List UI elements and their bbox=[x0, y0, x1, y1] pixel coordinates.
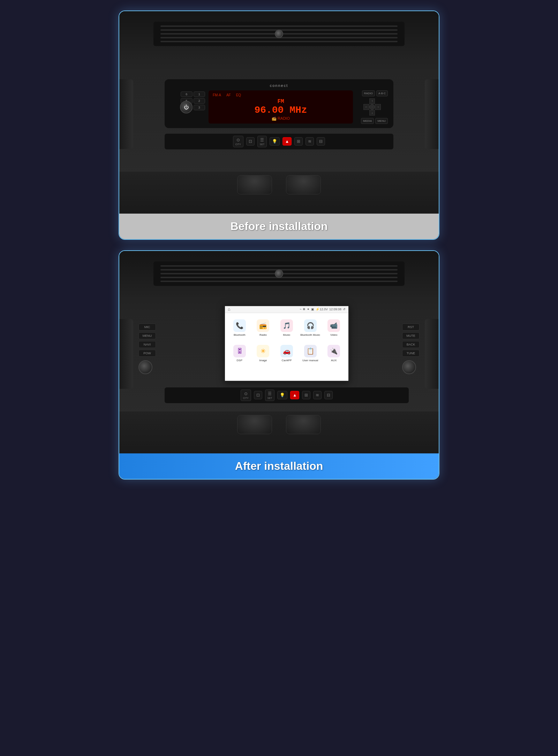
navi-btn[interactable]: NAVI bbox=[138, 341, 156, 348]
app-bluetooth-music[interactable]: 🎧 Bluetooth Music bbox=[299, 317, 322, 339]
rst-btn[interactable]: RST bbox=[402, 324, 420, 331]
after-city-btn[interactable]: ⊙ CITY bbox=[241, 390, 251, 401]
after-hazard-icon: ▲ bbox=[293, 393, 297, 398]
abc-btn[interactable]: A·B·C bbox=[376, 90, 388, 96]
right-side-buttons: RST MUTE BACK TUNE bbox=[402, 324, 420, 374]
after-interior: MIC MENU NAVI POW ⌂ ~ ❋ ✦ ▣ bbox=[119, 251, 439, 453]
after-sound-btn[interactable]: ⊞ bbox=[302, 391, 310, 399]
image-app-label: Image bbox=[259, 359, 267, 362]
fan-icon: ⊟ bbox=[319, 139, 323, 144]
app-radio[interactable]: 📻 Radio bbox=[251, 317, 275, 339]
manual-app-label: User manual bbox=[302, 359, 318, 362]
after-light-btn[interactable]: 💡 bbox=[277, 391, 287, 399]
top-vent-area bbox=[119, 11, 439, 57]
after-light-icon: 💡 bbox=[280, 393, 285, 398]
nav-cross: ↑ ← · → ↓ bbox=[363, 98, 381, 116]
after-set-btn[interactable]: ☰ SET bbox=[265, 390, 275, 401]
hazard-btn[interactable]: ▲ bbox=[282, 137, 292, 146]
after-dash-button-1 bbox=[237, 415, 272, 434]
after-hazard-btn[interactable]: ▲ bbox=[290, 391, 299, 399]
app-user-manual[interactable]: 📋 User manual bbox=[299, 343, 322, 364]
radio-eq: EQ bbox=[236, 93, 241, 97]
after-fan-btn[interactable]: ⊟ bbox=[324, 391, 333, 399]
vent-slat-a1 bbox=[160, 265, 398, 267]
home-icon[interactable]: ⌂ bbox=[228, 307, 230, 312]
hazard-icon: ▲ bbox=[285, 139, 289, 144]
pow-btn[interactable]: POW bbox=[138, 350, 156, 357]
vent-slat bbox=[160, 25, 398, 27]
set-icon: ☰ bbox=[260, 138, 264, 142]
preset-area: 6 1 5 2 4 3 ⏻ bbox=[170, 91, 205, 123]
media-btn[interactable]: MEDIA bbox=[361, 118, 374, 124]
video-app-icon: 📹 bbox=[327, 319, 340, 332]
after-fan-icon: ⊟ bbox=[327, 393, 330, 398]
eq-btn[interactable]: ≋ bbox=[306, 137, 314, 146]
radio-band-label: 📻 RADIO bbox=[213, 116, 349, 121]
nav-right[interactable]: → bbox=[375, 104, 381, 110]
preset-2[interactable]: 2 bbox=[194, 98, 205, 104]
after-controls-strip: ⊙ CITY ⊡ ☰ SET 💡 ▲ bbox=[165, 387, 409, 403]
after-center: MIC MENU NAVI POW ⌂ ~ ❋ ✦ ▣ bbox=[140, 305, 433, 403]
light-btn[interactable]: 💡 bbox=[270, 137, 280, 146]
mute-btn[interactable]: MUTE bbox=[402, 332, 420, 339]
app-image[interactable]: ✳ Image bbox=[251, 343, 275, 364]
after-dash-bottom bbox=[119, 412, 439, 453]
after-city-icon: ⊙ bbox=[244, 391, 248, 396]
sound-btn[interactable]: ⊞ bbox=[294, 137, 303, 146]
radio-unit: connect 6 1 5 2 4 3 bbox=[165, 79, 393, 128]
city-btn[interactable]: ⊙ CITY bbox=[233, 136, 243, 147]
app-aux[interactable]: 🔌 AUX bbox=[322, 343, 346, 364]
after-set-label: SET bbox=[267, 397, 272, 399]
nav-ok[interactable]: · bbox=[369, 104, 375, 110]
app-music[interactable]: 🎵 Music bbox=[275, 317, 299, 339]
sound-icon: ⊞ bbox=[297, 139, 300, 144]
bt-music-app-icon: 🎧 bbox=[304, 319, 317, 332]
vent-slat-a5 bbox=[160, 281, 398, 282]
ctrl-row-1: RADIO A·B·C bbox=[356, 90, 388, 96]
before-caption-text: Before installation bbox=[126, 220, 432, 233]
nav-empty-2 bbox=[375, 98, 381, 104]
menu-btn[interactable]: MENU bbox=[375, 118, 388, 124]
dash-button-1 bbox=[237, 175, 272, 194]
radio-mode-fma: FM·A bbox=[213, 93, 221, 97]
radio-display-top: FM·A AF EQ bbox=[213, 93, 349, 97]
after-sos-btn[interactable]: ⊡ bbox=[254, 391, 262, 399]
back-btn[interactable]: BACK bbox=[402, 341, 420, 348]
nav-left[interactable]: ← bbox=[363, 104, 369, 110]
preset-6[interactable]: 6 bbox=[181, 91, 193, 97]
menu-side-btn[interactable]: MENU bbox=[138, 332, 156, 339]
set-btn[interactable]: ☰ SET bbox=[257, 136, 267, 147]
app-bluetooth[interactable]: 📞 Bluetooth bbox=[228, 317, 251, 339]
bt-music-app-label: Bluetooth Music bbox=[300, 333, 320, 337]
radio-btn[interactable]: RADIO bbox=[362, 90, 375, 96]
mic-btn[interactable]: MIC bbox=[138, 324, 156, 331]
before-panel: connect 6 1 5 2 4 3 bbox=[119, 10, 439, 240]
sos-btn[interactable]: ⊡ bbox=[246, 137, 255, 146]
power-knob[interactable]: ⏻ bbox=[180, 101, 193, 113]
ctrl-row-2: MEDIA MENU bbox=[356, 118, 388, 124]
screen-btn[interactable]: ↺ bbox=[343, 307, 346, 311]
set-label: SET bbox=[260, 143, 265, 146]
status-indicators: ~ ❋ ✦ ▣ ⚡12.0V 12:09:08 ↺ bbox=[300, 307, 346, 311]
bt-icon: ✦ bbox=[307, 307, 310, 311]
fan-btn[interactable]: ⊟ bbox=[317, 137, 325, 146]
app-carapp[interactable]: 🚗 CarAPP bbox=[275, 343, 299, 364]
preset-3[interactable]: 3 bbox=[194, 105, 205, 110]
right-knob[interactable] bbox=[402, 360, 416, 374]
screen-statusbar: ⌂ ~ ❋ ✦ ▣ ⚡12.0V 12:09:08 ↺ bbox=[225, 306, 348, 313]
dsp-app-label: DSP bbox=[237, 359, 242, 362]
radio-app-label: Radio bbox=[259, 333, 267, 337]
touchscreen[interactable]: ⌂ ~ ❋ ✦ ▣ ⚡12.0V 12:09:08 ↺ bbox=[224, 305, 349, 382]
after-eq-btn[interactable]: ≋ bbox=[313, 391, 322, 399]
app-dsp[interactable]: 🎛 DSP bbox=[228, 343, 251, 364]
after-dash-button-2 bbox=[286, 415, 321, 434]
nav-up[interactable]: ↑ bbox=[369, 98, 375, 104]
nav-down[interactable]: ↓ bbox=[369, 110, 375, 116]
signal-icon: ❋ bbox=[303, 307, 306, 311]
app-video[interactable]: 📹 Video bbox=[322, 317, 346, 339]
carapp-app-label: CarAPP bbox=[282, 359, 292, 362]
music-app-label: Music bbox=[283, 333, 291, 337]
left-knob[interactable] bbox=[138, 360, 152, 374]
video-app-label: Video bbox=[330, 333, 337, 337]
preset-1[interactable]: 1 bbox=[194, 91, 205, 97]
